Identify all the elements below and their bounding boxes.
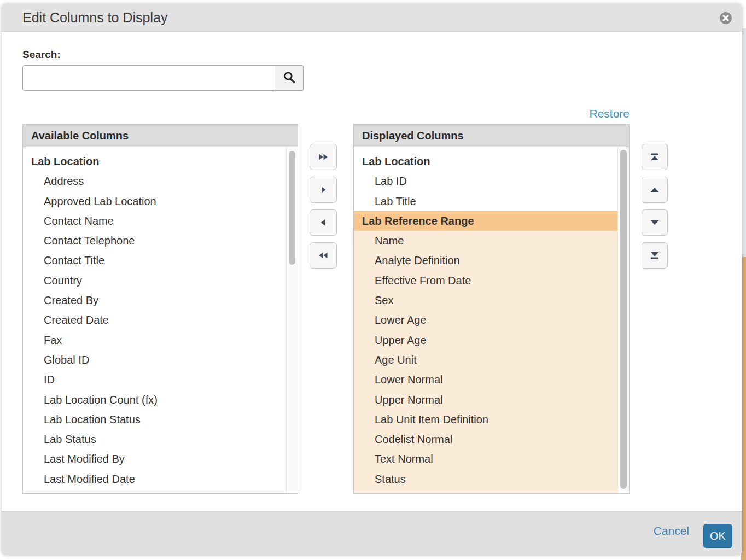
dialog-titlebar: Edit Columns to Display	[2, 4, 742, 32]
displayed-scrollbar-thumb[interactable]	[620, 150, 627, 489]
column-item[interactable]: Contact Telephone	[23, 231, 286, 250]
double-left-arrow-icon	[318, 250, 329, 260]
column-item[interactable]: Country	[23, 271, 286, 290]
column-item[interactable]: Last Modified By	[23, 449, 286, 469]
column-item[interactable]: Analyte Definition	[354, 250, 617, 270]
displayed-columns-panel: Displayed Columns Lab LocationLab IDLab …	[353, 124, 630, 494]
column-item[interactable]: Lab Status	[23, 429, 286, 449]
list-filler	[354, 489, 617, 493]
edit-columns-dialog: Edit Columns to Display Search: Restore	[2, 4, 742, 555]
available-columns-header: Available Columns	[23, 125, 298, 147]
column-item[interactable]: Contact Title	[23, 250, 286, 270]
search-label: Search:	[22, 49, 61, 61]
move-all-left-button[interactable]	[310, 242, 337, 269]
search-input[interactable]	[22, 65, 275, 91]
list-filler	[23, 489, 286, 493]
column-item[interactable]: Fax	[23, 330, 286, 350]
column-item[interactable]: Approved Lab Location	[23, 191, 286, 211]
displayed-columns-list: Lab LocationLab IDLab TitleLab Reference…	[354, 147, 617, 493]
cancel-button[interactable]: Cancel	[654, 524, 689, 538]
column-group-header[interactable]: Lab Location	[354, 151, 617, 171]
down-arrow-icon	[649, 218, 660, 228]
right-arrow-icon	[318, 185, 328, 195]
column-item[interactable]: Lower Normal	[354, 370, 617, 389]
up-arrow-icon	[649, 185, 660, 195]
column-item[interactable]: Contact Name	[23, 211, 286, 231]
move-to-top-icon	[649, 152, 660, 162]
column-item[interactable]: Name	[354, 231, 617, 250]
column-item[interactable]: Upper Age	[354, 330, 617, 350]
move-up-button[interactable]	[642, 177, 668, 203]
column-item[interactable]: Lab ID	[354, 171, 617, 191]
column-item[interactable]: Address	[23, 171, 286, 191]
move-all-right-button[interactable]	[310, 144, 337, 170]
available-scrollbar-track[interactable]	[286, 147, 298, 493]
column-item[interactable]: Lab Title	[354, 191, 617, 211]
column-item[interactable]: Upper Normal	[354, 390, 617, 410]
available-columns-panel: Available Columns Lab LocationAddressApp…	[22, 124, 298, 494]
search-button[interactable]	[275, 65, 304, 91]
move-to-top-button[interactable]	[642, 144, 668, 170]
close-icon	[719, 18, 732, 26]
dialog-title: Edit Columns to Display	[22, 4, 167, 32]
move-right-button[interactable]	[310, 177, 337, 203]
double-right-arrow-icon	[318, 152, 329, 162]
move-to-bottom-button[interactable]	[642, 242, 668, 269]
available-columns-list: Lab LocationAddressApproved Lab Location…	[23, 147, 286, 493]
column-item[interactable]: Age Unit	[354, 350, 617, 370]
column-item[interactable]: Text Normal	[354, 449, 617, 469]
dialog-footer: Cancel OK	[2, 511, 742, 555]
column-item[interactable]: Last Modified Date	[23, 469, 286, 489]
search-icon	[282, 70, 296, 86]
ok-button[interactable]: OK	[703, 524, 732, 548]
column-item[interactable]: Global ID	[23, 350, 286, 370]
column-item[interactable]: Effective From Date	[354, 271, 617, 290]
restore-link[interactable]: Restore	[353, 107, 630, 120]
column-item[interactable]: Created By	[23, 290, 286, 310]
displayed-columns-header: Displayed Columns	[354, 125, 629, 147]
column-group-header[interactable]: Lab Location	[23, 151, 286, 171]
column-item[interactable]: Lower Age	[354, 310, 617, 330]
column-item[interactable]: Lab Location Count (fx)	[23, 390, 286, 410]
move-left-button[interactable]	[310, 209, 337, 236]
column-item[interactable]: Status	[354, 469, 617, 489]
column-item[interactable]: Codelist Normal	[354, 429, 617, 449]
column-item[interactable]: Lab Location Status	[23, 410, 286, 429]
displayed-scrollbar-track[interactable]	[617, 147, 629, 493]
column-group-header[interactable]: Lab Reference Range	[354, 211, 617, 231]
available-scrollbar-thumb[interactable]	[289, 151, 295, 265]
move-to-bottom-icon	[649, 250, 660, 260]
left-arrow-icon	[318, 218, 328, 228]
column-item[interactable]: ID	[23, 370, 286, 389]
column-item[interactable]: Created Date	[23, 310, 286, 330]
close-button[interactable]	[719, 11, 732, 25]
search-bar	[22, 65, 304, 91]
column-item[interactable]: Lab Unit Item Definition	[354, 410, 617, 429]
column-item[interactable]: Sex	[354, 290, 617, 310]
move-down-button[interactable]	[642, 209, 668, 236]
